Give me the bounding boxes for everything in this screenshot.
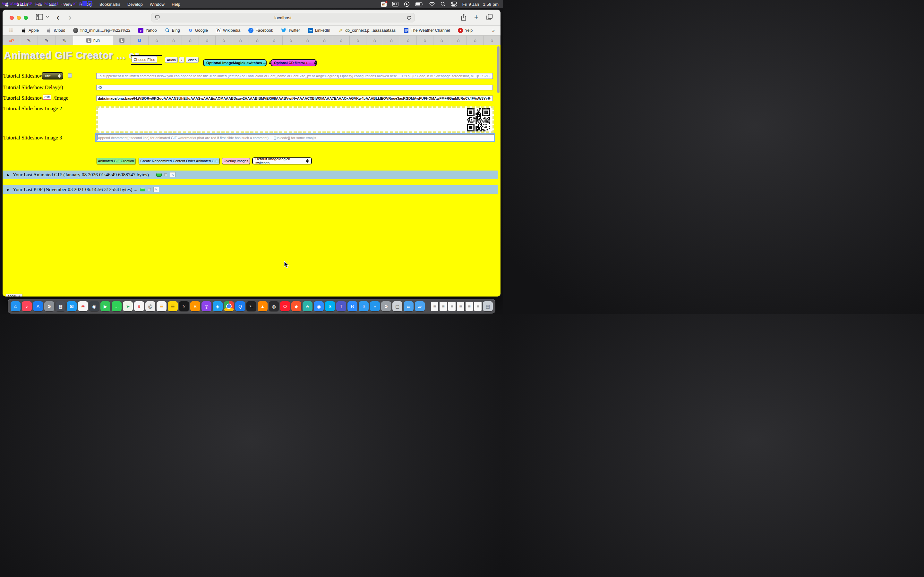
dock-docker-icon[interactable]: ▫ [370,301,380,311]
dock-launchpad-icon[interactable]: ▦ [55,301,65,311]
tab-star[interactable]: ☆ [450,35,467,45]
tab-star[interactable]: ☆ [367,35,383,45]
tab-star[interactable]: ☆ [182,35,199,45]
menu-item-help[interactable]: Help [172,2,180,7]
bookmark-twitter[interactable]: Twitter [281,28,300,33]
slash-button[interactable]: / [179,57,184,63]
title-checkbox[interactable] [68,73,72,77]
bookmark-yahoo[interactable]: y!Yahoo [138,28,157,33]
gd-filters-select[interactable]: Optional GD filters++ ... [271,59,317,66]
control-center-icon[interactable] [451,2,457,7]
tab-star[interactable]: ☆ [417,35,433,45]
tab-star[interactable]: ☆ [149,35,165,45]
dock-calendar-icon[interactable]: 9 [134,301,144,311]
dock-mail-icon[interactable]: ✉ [67,301,77,311]
sidebar-chevron-icon[interactable] [45,15,49,18]
close-button[interactable] [10,16,14,20]
randomized-gif-button[interactable]: Create Randomized Content Order Animated… [139,158,220,164]
dock-document-icon[interactable]: ≡ [474,301,481,311]
bookmark-google[interactable]: GGoogle [188,28,208,33]
tab-google[interactable]: G [131,35,149,45]
dock-document-icon[interactable]: ≡ [465,301,473,311]
bookmark-find-minus-rep-22s-22[interactable]: find_minus....rep+%22s%22 [73,28,130,33]
dock-edge-icon[interactable]: e [302,301,312,311]
image2-drop-zone[interactable] [96,106,494,133]
overlay-images-button[interactable]: Overlay Images [222,158,250,164]
dock-opera-icon[interactable]: O [280,301,290,311]
tab-star[interactable]: ☆ [433,35,450,45]
now-playing-icon[interactable] [404,1,410,7]
back-button[interactable]: ‹ [57,13,59,21]
tab-star[interactable]: ☆ [216,35,232,45]
dock-facetime-icon[interactable]: ▶ [100,301,110,311]
tab-star[interactable]: ☆ [165,35,182,45]
default-imagemagick-select[interactable]: Default ImageMagick switches ... [252,157,312,164]
dock-obs-icon[interactable]: ◍ [269,301,279,311]
dock-notes-icon[interactable]: ☰ [168,301,178,311]
bookmark-the-weather-channel[interactable]: The Weather Channel [404,28,450,33]
dock-tv-icon[interactable]: tv [179,301,189,311]
forward-button[interactable]: › [69,13,71,21]
minimize-button[interactable] [17,16,21,20]
disclosure-triangle-icon[interactable]: ▶ [7,188,10,191]
disclosure-triangle-icon[interactable]: ▶ [7,173,10,177]
share-icon[interactable] [461,14,467,21]
dock-photo-booth-icon[interactable]: ◉ [89,301,99,311]
bookmark-bing[interactable]: Bing [165,28,180,33]
page-format-icon[interactable] [155,15,160,22]
imagemagick-switches-select[interactable]: Optional ImageMagick switches ... [203,59,267,66]
watermark-comment-input[interactable] [96,134,494,141]
menu-date[interactable]: Fri 9 Jan [462,2,479,7]
tab-star[interactable]: ☆ [299,35,316,45]
dock-photos-icon[interactable]: ❀ [78,301,88,311]
tab-pencil[interactable]: ✎ [38,35,55,45]
tab-pencil[interactable]: ✎ [55,35,73,45]
dock-utility-icon[interactable]: ⚙ [381,301,391,311]
mini-square-icon[interactable] [164,173,167,176]
animated-gif-creation-button[interactable]: Animated GIF Creation [97,158,136,164]
tab-overview-icon[interactable] [486,14,493,20]
fullscreen-button[interactable] [24,16,28,20]
dock-folder-documents-icon[interactable]: ▱ [415,301,425,311]
bookmark-yelp[interactable]: ✶Yelp [458,28,473,33]
gif-chip-icon[interactable] [156,173,162,177]
dock-system-settings-icon[interactable]: ⚙ [44,301,54,311]
menu-item-bookmarks[interactable]: Bookmarks [99,2,120,7]
dock-vscode-icon[interactable]: {} [359,301,368,311]
dock-safari-icon[interactable]: ◈ [213,301,223,311]
bookmark-linkedin[interactable]: inLinkedIn [308,28,330,33]
dock-trash-icon[interactable]: ▤ [483,301,493,311]
dock-brave-icon[interactable]: ◆ [291,301,301,311]
delay-input[interactable] [96,85,493,90]
tab-star[interactable]: ☆ [350,35,367,45]
tab-active-huh[interactable]: Lhuh [73,35,113,45]
dock-folder-downloads-icon[interactable]: ▱ [404,301,414,311]
dock-bluetooth-app-icon[interactable]: B [347,301,357,311]
tab-star[interactable]: ☆ [484,35,501,45]
bookmark-facebook[interactable]: fFacebook [248,28,273,33]
bookmark-icloud[interactable]: iCloud [47,28,65,33]
sidebar-toggle-icon[interactable] [36,14,43,20]
dock-messages-icon[interactable]: … [111,301,121,311]
dock-skype-icon[interactable]: S [325,301,335,311]
dock-document-icon[interactable]: ≡ [431,301,438,311]
dock-chrome-icon[interactable] [224,301,234,311]
menu-item-window[interactable]: Window [150,2,165,7]
reload-icon[interactable] [407,15,411,21]
dock-document-icon[interactable]: ≡ [448,301,456,311]
choose-files-button[interactable]: Choose Files [132,56,157,63]
dock-teams-icon[interactable]: T [336,301,346,311]
new-tab-icon[interactable]: + [474,13,478,21]
edit-document-icon[interactable]: ✎ [170,172,176,177]
page-zoom-indicator[interactable]: 100% [6,293,23,297]
input-source-icon[interactable] [392,2,399,7]
menu-item-develop[interactable]: Develop [128,2,143,7]
last-animated-gif-summary[interactable]: ▶ Your Last Animated GIF (January 08 202… [3,171,498,179]
tab-star[interactable]: ☆ [316,35,333,45]
tab-star[interactable]: ☆ [333,35,350,45]
bookmark-grid[interactable]: ⣿⣿ [8,28,13,33]
tab-l[interactable]: L [113,35,131,45]
tab-star[interactable]: ☆ [383,35,400,45]
title-supplement-input[interactable] [96,73,493,79]
battery-icon[interactable] [415,2,423,6]
